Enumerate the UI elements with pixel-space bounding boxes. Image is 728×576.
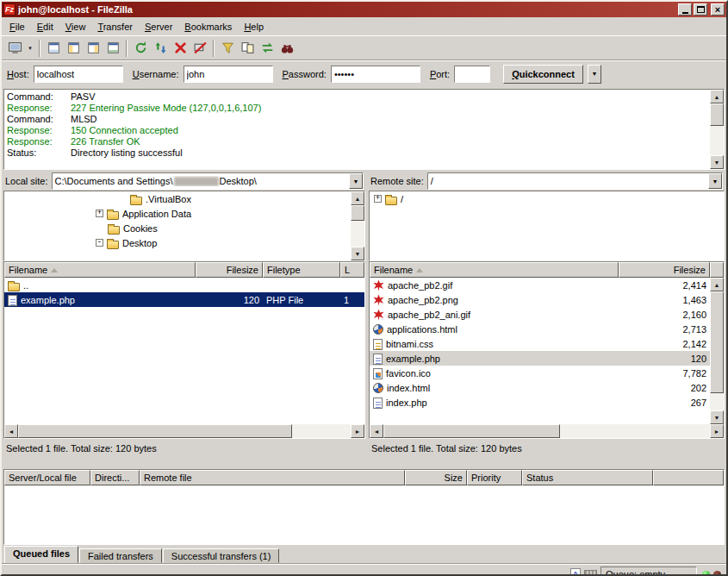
toggle-local-tree-button[interactable] [64,39,83,58]
tree-expander-icon[interactable]: - [96,239,103,247]
column-header-filesize[interactable]: Filesize [619,262,710,278]
file-row[interactable]: favicon.ico7,782 [370,366,710,380]
column-header-status[interactable]: Status [522,470,653,485]
site-manager-button[interactable] [5,39,24,58]
scroll-down-button[interactable]: ▼ [710,155,724,169]
scroll-up-button[interactable]: ▲ [351,191,364,205]
file-row[interactable]: apache_pb2_ani.gif2,160 [370,307,710,322]
remote-horizontal-scrollbar[interactable]: ◄ ► [370,424,724,438]
tree-item-virtualbox[interactable]: .VirtualBox [4,191,364,206]
tree-item-cookies[interactable]: Cookies [4,221,364,235]
scroll-right-icon: ► [714,429,720,435]
column-header-filename[interactable]: Filename [370,262,619,278]
menu-server[interactable]: Server [139,19,178,34]
password-input[interactable] [331,66,420,83]
combo-dropdown-button[interactable]: ▼ [349,173,363,189]
scroll-up-button[interactable]: ▲ [710,278,724,291]
scroll-right-button[interactable]: ► [710,424,724,438]
find-button[interactable] [277,39,296,58]
compare-button[interactable] [238,39,257,58]
scroll-down-button[interactable]: ▼ [351,247,364,260]
folder-icon [107,241,119,249]
scroll-left-button[interactable]: ◄ [370,424,383,438]
activity-indicators [700,567,723,576]
file-row[interactable]: applications.html2,713 [370,322,710,336]
column-header-lastmodified[interactable]: L [340,262,364,278]
menu-bookmarks[interactable]: Bookmarks [178,19,238,34]
toggle-message-log-button[interactable] [44,39,63,58]
remote-site-combobox[interactable]: / ▼ [427,172,723,190]
cancel-button[interactable] [171,39,190,58]
menu-edit[interactable]: Edit [31,19,59,34]
process-queue-button[interactable] [151,39,170,58]
file-row-parent-dir[interactable]: .. [4,278,364,292]
username-input[interactable] [184,66,273,83]
close-button[interactable]: × [711,3,725,16]
tab-failed-transfers[interactable]: Failed transfers [79,548,162,563]
titlebar[interactable]: Fz john@localhost - FileZilla × [2,2,726,17]
scrollbar-track[interactable] [710,393,724,410]
toggle-queue-button[interactable] [103,39,122,58]
quickconnect-button[interactable]: Quickconnect [503,65,583,84]
toggle-remote-tree-button[interactable] [84,39,103,58]
queue-body[interactable] [4,485,724,544]
local-tree-vertical-scrollbar[interactable]: ▲ ▼ [351,191,364,260]
transfer-type-indicator-icon[interactable]: A [570,568,581,576]
scroll-right-button[interactable]: ► [351,424,364,438]
quickconnect-dropdown-button[interactable]: ▼ [588,65,601,84]
file-row[interactable]: index.php267 [370,395,710,410]
disconnect-button[interactable] [190,39,209,58]
column-header-size[interactable]: Size [405,470,467,485]
local-horizontal-scrollbar[interactable]: ◄ ► [4,424,364,438]
scrollbar-track[interactable] [710,126,724,155]
tab-successful-transfers[interactable]: Successful transfers (1) [163,548,280,563]
combo-dropdown-button[interactable]: ▼ [708,173,722,189]
tree-item-application-data[interactable]: + Application Data [4,206,364,221]
log-vertical-scrollbar[interactable]: ▲ ▼ [710,90,724,169]
tree-expander-icon[interactable]: + [374,195,382,203]
tree-item-root[interactable]: + / [370,191,724,206]
column-header-filename[interactable]: Filename [4,262,196,278]
scroll-up-button[interactable]: ▲ [710,90,724,103]
file-row[interactable]: bitnami.css2,142 [370,336,710,351]
column-header-filetype[interactable]: Filetype [263,262,340,278]
remote-list-vertical-scrollbar[interactable]: ▲ ▼ [710,278,724,424]
minimize-button[interactable] [678,3,692,16]
scrollbar-thumb[interactable] [18,424,292,438]
filter-button[interactable] [218,39,237,58]
scrollbar-track[interactable] [560,424,710,438]
tab-queued-files[interactable]: Queued files [4,546,78,563]
column-header-server-local-file[interactable]: Server/Local file [4,470,90,485]
menu-file[interactable]: File [3,19,31,34]
scrollbar-thumb[interactable] [710,291,724,393]
file-row-example-php[interactable]: example.php 120 PHP File 1 [4,292,364,307]
port-input[interactable] [454,66,490,83]
site-manager-dropdown-button[interactable]: ▼ [25,39,35,58]
maximize-button[interactable] [694,3,707,16]
synchronized-browsing-button[interactable] [258,39,277,58]
local-site-combobox[interactable]: C:\Documents and Settings\ Desktop\ ▼ [52,172,364,190]
file-row[interactable]: apache_pb2.gif2,414 [370,278,710,292]
file-row[interactable]: index.html202 [370,380,710,395]
scrollbar-track[interactable] [351,221,364,247]
scroll-down-button[interactable]: ▼ [710,410,724,424]
file-row[interactable]: apache_pb2.png1,463 [370,292,710,307]
scrollbar-thumb[interactable] [351,205,364,221]
speed-limit-indicator-icon[interactable] [584,570,597,576]
scrollbar-thumb[interactable] [710,103,724,126]
host-input[interactable] [34,66,123,83]
tree-item-desktop[interactable]: - Desktop [4,235,364,250]
menu-transfer[interactable]: Transfer [91,19,139,34]
menu-view[interactable]: View [59,19,92,34]
column-header-direction[interactable]: Directi... [90,470,140,485]
scroll-left-button[interactable]: ◄ [4,424,18,438]
scrollbar-thumb[interactable] [383,424,560,438]
scrollbar-track[interactable] [292,424,351,438]
menu-help[interactable]: Help [238,19,270,34]
tree-expander-icon[interactable]: + [96,210,103,217]
column-header-filesize[interactable]: Filesize [196,262,263,278]
file-row-selected[interactable]: example.php120 [370,351,710,366]
column-header-priority[interactable]: Priority [467,470,522,485]
refresh-button[interactable] [131,39,150,58]
column-header-remote-file[interactable]: Remote file [140,470,405,485]
